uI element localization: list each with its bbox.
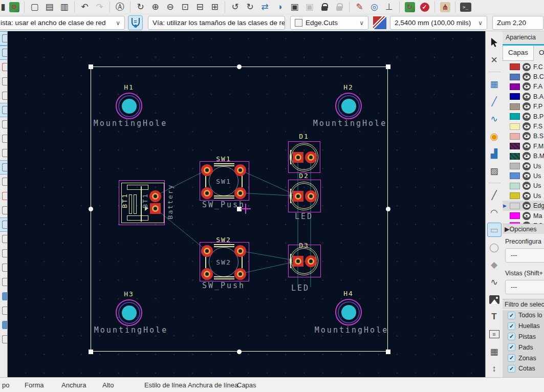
visibility-eye-icon[interactable] bbox=[523, 82, 531, 91]
visibility-eye-icon[interactable] bbox=[523, 162, 531, 170]
add-table-icon[interactable]: ▦ bbox=[487, 344, 502, 359]
save-icon[interactable]: ▮ bbox=[0, 1, 6, 13]
selection-handle[interactable] bbox=[386, 207, 390, 211]
selection-handle[interactable] bbox=[386, 350, 390, 354]
layer-color-swatch[interactable] bbox=[510, 143, 520, 149]
pad[interactable] bbox=[293, 256, 303, 267]
footprint-browser-icon[interactable]: ◎ bbox=[367, 1, 381, 13]
layer-row[interactable]: Ma bbox=[503, 211, 544, 221]
left-toolbar-partial-icon[interactable] bbox=[0, 332, 7, 346]
viewports-dropdown[interactable]: --- bbox=[505, 280, 544, 294]
layer-color-swatch[interactable] bbox=[510, 163, 520, 169]
layer-row-selected[interactable]: ▶Edg bbox=[503, 201, 544, 210]
left-toolbar-partial-icon[interactable] bbox=[0, 160, 7, 175]
layer-color-swatch[interactable] bbox=[510, 83, 520, 90]
undo-icon[interactable]: ↶ bbox=[78, 1, 92, 13]
spacing-tool-icon[interactable]: ⊥ bbox=[382, 1, 396, 13]
visibility-eye-icon[interactable] bbox=[523, 152, 531, 160]
filter-item[interactable]: Cotas bbox=[503, 363, 544, 374]
scripting-console-icon[interactable]: >_ bbox=[459, 1, 472, 13]
left-toolbar-ratsnest-icon[interactable] bbox=[0, 189, 7, 203]
tune-length-icon[interactable]: ∿ bbox=[487, 112, 502, 126]
tab-capas[interactable]: Capas bbox=[503, 46, 534, 61]
draw-polygon-icon[interactable]: ◆ bbox=[487, 257, 502, 272]
selection-handle[interactable] bbox=[89, 64, 93, 69]
add-image-icon[interactable] bbox=[487, 292, 502, 307]
layer-color-swatch[interactable] bbox=[510, 63, 520, 70]
visibility-eye-icon[interactable] bbox=[523, 192, 531, 200]
layer-color-swatch[interactable] bbox=[510, 103, 520, 110]
draw-line-icon[interactable]: ╱ bbox=[487, 188, 502, 202]
left-toolbar-grid-style-icon[interactable] bbox=[0, 46, 7, 60]
track-width-dropdown[interactable]: ista: usar el ancho de clase de red ∨ bbox=[0, 16, 125, 30]
selection-handle[interactable] bbox=[89, 207, 93, 211]
layer-row[interactable]: Us bbox=[503, 191, 544, 201]
left-toolbar-partial-icon[interactable] bbox=[0, 132, 7, 146]
visibility-eye-icon[interactable] bbox=[523, 202, 531, 210]
draw-arc-icon[interactable]: ◠ bbox=[487, 205, 502, 220]
net-inspector-icon[interactable]: ⋔ bbox=[438, 1, 452, 13]
filter-item[interactable]: Pistas bbox=[503, 332, 544, 342]
left-toolbar-partial-icon[interactable] bbox=[0, 203, 7, 217]
zoom-fit-objects-icon[interactable]: ⊟ bbox=[193, 1, 207, 13]
pad[interactable] bbox=[149, 190, 161, 202]
left-toolbar-partial-icon[interactable] bbox=[0, 146, 7, 160]
visibility-eye-icon[interactable] bbox=[523, 142, 531, 150]
visibility-eye-icon[interactable] bbox=[523, 73, 531, 81]
pad[interactable] bbox=[234, 245, 246, 257]
highlight-net-icon[interactable]: ✕ bbox=[487, 53, 502, 67]
plot-icon[interactable]: ▥ bbox=[57, 1, 71, 13]
tab-objetos[interactable]: Obj bbox=[534, 46, 544, 61]
checkbox-checked[interactable] bbox=[508, 333, 515, 340]
layer-selector-dropdown[interactable]: Edge.Cuts ∨ bbox=[290, 16, 368, 30]
layer-color-swatch[interactable] bbox=[510, 93, 520, 100]
layer-color-swatch[interactable] bbox=[510, 192, 520, 199]
pad[interactable] bbox=[305, 151, 317, 163]
left-toolbar-partial-icon[interactable] bbox=[0, 275, 7, 289]
visibility-eye-icon[interactable] bbox=[523, 212, 531, 220]
visibility-eye-icon[interactable] bbox=[523, 93, 531, 101]
left-toolbar-sheet-icon[interactable] bbox=[0, 289, 7, 303]
layer-row[interactable]: B.S bbox=[503, 132, 544, 141]
layer-color-swatch[interactable] bbox=[510, 153, 520, 160]
rotate-cw-icon[interactable]: ↻ bbox=[243, 1, 257, 13]
filter-item[interactable]: Pads bbox=[503, 342, 544, 353]
layer-color-swatch[interactable] bbox=[510, 212, 520, 219]
add-footprint-icon[interactable]: ▦ bbox=[487, 77, 502, 91]
visibility-eye-icon[interactable] bbox=[523, 182, 531, 190]
layer-color-swatch[interactable] bbox=[510, 113, 520, 120]
via-size-dropdown[interactable]: Vía: utilizar los tamaños de las clases … bbox=[148, 16, 285, 30]
pad[interactable] bbox=[201, 187, 213, 199]
refresh-icon[interactable]: ↻ bbox=[134, 1, 147, 13]
draw-bezier-icon[interactable]: ∿ bbox=[487, 275, 502, 289]
options-collapsible-header[interactable]: ▶Opciones bbox=[503, 224, 544, 234]
pcb-canvas[interactable]: H1 MountingHole H2 MountingHole H3 Mount… bbox=[8, 31, 485, 377]
add-via-icon[interactable]: ◉ bbox=[487, 129, 502, 143]
pad[interactable] bbox=[293, 191, 303, 202]
visibility-eye-icon[interactable] bbox=[523, 132, 531, 140]
layer-row[interactable]: F.P bbox=[503, 102, 544, 112]
filter-item[interactable]: Todos lo bbox=[503, 310, 544, 321]
draw-circle-icon[interactable]: ◯ bbox=[487, 240, 502, 254]
zoom-selection-icon[interactable]: ⊞ bbox=[208, 1, 222, 13]
print-icon[interactable]: ▤ bbox=[42, 1, 56, 13]
drc-icon[interactable]: ✓ bbox=[418, 1, 431, 13]
draw-rectangle-icon[interactable]: ▭ bbox=[487, 223, 502, 237]
left-toolbar-partial-icon[interactable] bbox=[0, 217, 7, 232]
pad[interactable] bbox=[201, 245, 213, 257]
layer-row[interactable]: F.C bbox=[503, 62, 544, 72]
add-textbox-icon[interactable]: ≡ bbox=[487, 327, 502, 341]
layer-color-swatch[interactable] bbox=[510, 172, 520, 179]
layer-row[interactable]: Us bbox=[503, 181, 544, 191]
pad[interactable] bbox=[234, 268, 246, 280]
add-zone-icon[interactable]: ▟ bbox=[487, 146, 502, 161]
group-icon[interactable]: ▣ bbox=[288, 1, 301, 13]
zoom-fit-page-icon[interactable]: ⊡ bbox=[178, 1, 192, 13]
pad[interactable] bbox=[234, 187, 246, 199]
visibility-eye-icon[interactable] bbox=[523, 122, 531, 130]
left-toolbar-polar-icon[interactable] bbox=[0, 89, 7, 103]
left-toolbar-partial-icon[interactable] bbox=[0, 232, 7, 246]
checkbox-checked[interactable] bbox=[508, 343, 515, 351]
checkbox-checked[interactable] bbox=[508, 322, 515, 330]
board-setup-icon[interactable]: ⚙ bbox=[7, 1, 21, 13]
